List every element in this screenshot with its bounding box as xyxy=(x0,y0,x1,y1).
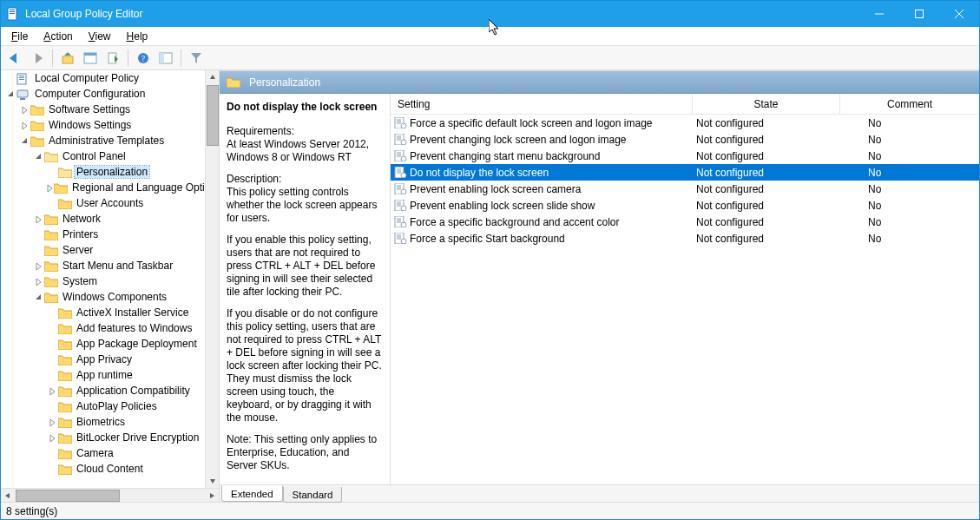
tree-node-wc-item[interactable]: AutoPlay Policies xyxy=(1,398,205,414)
svg-point-53 xyxy=(401,140,406,145)
svg-point-68 xyxy=(401,189,406,194)
tree-vertical-scrollbar[interactable] xyxy=(205,70,219,488)
titlebar[interactable]: Local Group Policy Editor xyxy=(1,1,979,27)
scroll-down-icon[interactable] xyxy=(206,474,219,488)
svg-rect-2 xyxy=(10,11,15,12)
minimize-button[interactable] xyxy=(859,1,899,27)
back-button[interactable] xyxy=(4,49,25,68)
settings-row[interactable]: Prevent changing lock screen and logon i… xyxy=(391,131,979,148)
expand-icon[interactable] xyxy=(46,434,58,442)
settings-row-setting: Prevent changing start menu background xyxy=(408,150,693,162)
policy-setting-icon xyxy=(391,117,408,128)
settings-row[interactable]: Prevent changing start menu backgroundNo… xyxy=(391,148,979,164)
properties-button[interactable] xyxy=(80,49,101,68)
settings-row[interactable]: Force a specific default lock screen and… xyxy=(391,115,979,131)
tree-node-admin-templates[interactable]: Administrative Templates xyxy=(1,133,205,148)
scroll-right-icon[interactable] xyxy=(205,489,219,502)
expand-icon[interactable] xyxy=(32,215,44,223)
menu-action[interactable]: Action xyxy=(36,29,79,44)
settings-row[interactable]: Prevent enabling lock screen slide showN… xyxy=(391,197,979,214)
menu-view[interactable]: View xyxy=(82,29,118,44)
settings-row[interactable]: Prevent enabling lock screen cameraNot c… xyxy=(391,181,979,197)
svg-rect-3 xyxy=(10,13,15,14)
settings-row-comment: No xyxy=(840,134,979,146)
tree-node-label: Personalization xyxy=(75,166,149,178)
svg-marker-28 xyxy=(23,107,27,114)
tree-node-wc-item[interactable]: Camera xyxy=(1,445,205,461)
tree-node-wc-item[interactable]: App Privacy xyxy=(1,352,205,367)
scroll-up-icon[interactable] xyxy=(206,70,219,84)
svg-marker-11 xyxy=(64,52,71,56)
up-button[interactable] xyxy=(57,49,78,68)
tree-node-wc-item[interactable]: App runtime xyxy=(1,367,205,383)
content-header: Personalization xyxy=(220,71,979,94)
collapse-icon[interactable] xyxy=(4,90,16,98)
expand-icon[interactable] xyxy=(46,184,54,192)
content-pane: Personalization Do not display the lock … xyxy=(220,70,979,502)
tree-node-control-panel[interactable]: Control Panel xyxy=(1,148,205,164)
tree-node-wc-item[interactable]: ActiveX Installer Service xyxy=(1,305,205,320)
svg-marker-40 xyxy=(210,75,215,79)
tree-node-network[interactable]: Network xyxy=(1,211,205,227)
tree-node-user-accounts[interactable]: User Accounts xyxy=(1,195,205,211)
policy-setting-icon xyxy=(391,216,408,227)
settings-row[interactable]: Force a specific Start backgroundNot con… xyxy=(391,230,979,247)
tree-node-personalization[interactable]: Personalization xyxy=(1,164,205,180)
svg-marker-34 xyxy=(36,263,41,270)
column-setting[interactable]: Setting xyxy=(391,94,693,114)
filter-button[interactable] xyxy=(186,49,207,68)
tree-root-node[interactable]: Local Computer Policy xyxy=(1,70,205,86)
tree-node-computer-configuration[interactable]: Computer Configuration xyxy=(1,86,205,102)
expand-icon[interactable] xyxy=(32,278,44,286)
export-list-button[interactable] xyxy=(102,49,123,68)
column-state[interactable]: State xyxy=(693,94,840,114)
maximize-button[interactable] xyxy=(899,1,939,27)
tree-node-system[interactable]: System xyxy=(1,273,205,289)
folder-icon xyxy=(58,167,72,178)
tree-node-label: Software Settings xyxy=(47,103,132,115)
tree-node-printers[interactable]: Printers xyxy=(1,227,205,242)
expand-icon[interactable] xyxy=(32,262,44,270)
tree-node-wc-item[interactable]: Biometrics xyxy=(1,414,205,430)
menu-file[interactable]: File xyxy=(4,29,35,44)
tree-node-wc-item[interactable]: BitLocker Drive Encryption xyxy=(1,430,205,445)
collapse-icon[interactable] xyxy=(18,137,30,145)
svg-rect-27 xyxy=(20,98,25,100)
collapse-icon[interactable] xyxy=(32,153,44,161)
tree-node-regional-language[interactable]: Regional and Language Options xyxy=(1,180,205,195)
tree-node-wc-item[interactable]: Cloud Content xyxy=(1,461,205,477)
tab-extended[interactable]: Extended xyxy=(221,485,283,502)
tree-node-server[interactable]: Server xyxy=(1,242,205,258)
menu-help[interactable]: Help xyxy=(120,29,155,44)
tree-node-windows-settings[interactable]: Windows Settings xyxy=(1,117,205,133)
tab-standard[interactable]: Standard xyxy=(283,487,343,503)
column-comment[interactable]: Comment xyxy=(840,94,979,114)
svg-marker-20 xyxy=(191,53,201,63)
tree-node-wc-item[interactable]: App Package Deployment xyxy=(1,336,205,352)
policy-setting-icon xyxy=(391,233,408,244)
expand-icon[interactable] xyxy=(46,387,58,395)
tree-node-label: AutoPlay Policies xyxy=(75,400,159,412)
description-p2: If you enable this policy setting, users… xyxy=(227,234,383,299)
svg-marker-38 xyxy=(50,419,55,426)
scroll-left-icon[interactable] xyxy=(1,489,15,502)
expand-icon[interactable] xyxy=(18,122,30,129)
settings-row[interactable]: Do not display the lock screenNot config… xyxy=(391,164,979,181)
collapse-icon[interactable] xyxy=(32,293,44,301)
forward-button[interactable] xyxy=(27,49,48,68)
tree-node-windows-components[interactable]: Windows Components xyxy=(1,289,205,305)
folder-icon xyxy=(58,432,72,444)
expand-icon[interactable] xyxy=(18,106,30,114)
settings-row[interactable]: Force a specific background and accent c… xyxy=(391,214,979,230)
tree-node-wc-item[interactable]: Application Compatibility xyxy=(1,383,205,398)
tree-node-software-settings[interactable]: Software Settings xyxy=(1,102,205,117)
show-hide-tree-button[interactable] xyxy=(155,49,176,68)
tree-node-label: Administrative Templates xyxy=(47,135,166,147)
folder-icon xyxy=(227,76,240,88)
help-button[interactable]: ? xyxy=(133,49,154,68)
expand-icon[interactable] xyxy=(46,418,58,426)
tree-horizontal-scrollbar[interactable] xyxy=(1,488,219,502)
close-button[interactable] xyxy=(939,1,979,27)
tree-node-start-menu-taskbar[interactable]: Start Menu and Taskbar xyxy=(1,258,205,273)
tree-node-wc-item[interactable]: Add features to Windows xyxy=(1,320,205,336)
